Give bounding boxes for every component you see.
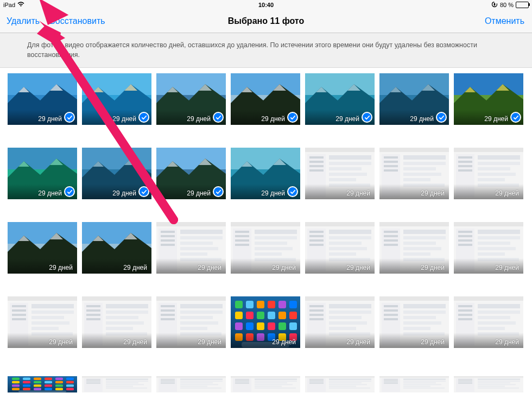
photo-thumbnail[interactable]: 29 дней: [8, 296, 77, 348]
days-remaining-label: 29 дней: [82, 189, 136, 197]
photo-thumbnail[interactable]: 29 дней: [379, 222, 449, 274]
photo-thumbnail[interactable]: 29 дней: [82, 148, 151, 199]
svg-rect-87: [403, 155, 446, 160]
svg-rect-376: [403, 386, 430, 387]
photo-thumbnail[interactable]: [156, 376, 226, 392]
svg-rect-236: [246, 322, 254, 330]
photo-thumbnail[interactable]: 29 дней: [231, 222, 300, 274]
svg-rect-328: [159, 378, 177, 392]
photo-thumbnail[interactable]: 29 дней: [156, 296, 226, 348]
days-remaining-label: 29 дней: [454, 338, 519, 346]
photo-thumbnail[interactable]: 29 дней: [454, 296, 523, 348]
svg-rect-305: [66, 384, 74, 387]
delete-button[interactable]: Удалить: [7, 16, 40, 26]
photo-thumbnail[interactable]: 29 дней: [454, 73, 523, 125]
svg-rect-283: [478, 316, 510, 319]
svg-rect-268: [403, 304, 446, 308]
days-remaining-label: 29 дней: [454, 264, 519, 271]
svg-rect-97: [458, 161, 472, 163]
cancel-button[interactable]: Отменить: [485, 16, 524, 26]
photo-thumbnail[interactable]: 29 дней: [379, 148, 449, 199]
photo-thumbnail[interactable]: [454, 376, 523, 392]
svg-rect-104: [478, 178, 505, 181]
svg-rect-350: [255, 386, 282, 387]
photo-thumbnail[interactable]: 29 дней: [379, 73, 449, 125]
days-remaining-label: 29 дней: [231, 115, 285, 123]
photo-thumbnail[interactable]: 29 дней: [454, 148, 523, 199]
svg-rect-90: [403, 173, 441, 176]
selected-check-icon: [138, 186, 149, 197]
svg-rect-353: [305, 376, 375, 378]
svg-rect-322: [106, 382, 138, 383]
svg-rect-91: [403, 178, 430, 181]
svg-rect-166: [403, 242, 436, 245]
days-remaining-label: 29 дней: [305, 115, 359, 123]
days-remaining-label: 29 дней: [82, 338, 147, 346]
days-remaining-label: 29 дней: [8, 189, 62, 197]
svg-rect-72: [309, 165, 324, 167]
svg-rect-85: [384, 165, 398, 167]
svg-rect-258: [329, 321, 367, 325]
svg-rect-271: [403, 321, 441, 325]
svg-rect-343: [235, 381, 249, 381]
svg-rect-329: [161, 379, 175, 379]
svg-rect-368: [384, 379, 398, 379]
svg-rect-126: [180, 236, 223, 239]
photo-thumbnail[interactable]: 29 дней: [231, 296, 300, 348]
svg-rect-316: [86, 379, 100, 379]
photo-thumbnail[interactable]: 29 дней: [8, 73, 77, 125]
svg-rect-220: [180, 327, 207, 330]
photo-thumbnail[interactable]: 29 дней: [156, 148, 226, 199]
days-remaining-label: 29 дней: [8, 338, 73, 346]
photo-thumbnail[interactable]: [379, 376, 449, 392]
svg-rect-225: [257, 301, 264, 308]
svg-rect-381: [458, 379, 472, 379]
photo-thumbnail[interactable]: 29 дней: [305, 148, 375, 199]
svg-rect-214: [161, 314, 175, 316]
photo-thumbnail[interactable]: 29 дней: [231, 73, 300, 125]
selected-check-icon: [138, 112, 149, 123]
battery-percent: 80 %: [500, 2, 514, 8]
svg-rect-266: [384, 314, 398, 316]
svg-rect-380: [456, 378, 474, 392]
photo-thumbnail[interactable]: 29 дней: [82, 73, 151, 125]
svg-rect-264: [384, 305, 398, 307]
photo-thumbnail[interactable]: 29 дней: [231, 148, 300, 199]
photo-thumbnail[interactable]: 29 дней: [156, 73, 226, 125]
svg-rect-349: [255, 384, 293, 385]
svg-rect-171: [454, 222, 523, 226]
svg-rect-295: [23, 381, 30, 383]
svg-rect-89: [403, 167, 436, 170]
info-banner-text: Для фото и видео отображается количество…: [27, 41, 477, 59]
svg-rect-342: [235, 379, 249, 379]
photo-thumbnail[interactable]: 29 дней: [156, 222, 226, 274]
svg-rect-300: [12, 384, 20, 387]
days-remaining-label: 29 дней: [379, 115, 434, 123]
restore-button[interactable]: Восстановить: [49, 16, 105, 26]
svg-rect-324: [106, 386, 133, 387]
photo-thumbnail[interactable]: [231, 376, 300, 392]
nav-title: Выбрано 11 фото: [228, 16, 304, 26]
photo-thumbnail[interactable]: [82, 376, 151, 392]
svg-rect-259: [329, 327, 356, 330]
photo-thumbnail[interactable]: 29 дней: [305, 73, 375, 125]
svg-rect-249: [305, 296, 375, 301]
photo-thumbnail[interactable]: 29 дней: [305, 222, 375, 274]
photo-thumbnail[interactable]: 29 дней: [8, 148, 77, 199]
svg-rect-237: [257, 322, 264, 330]
photo-thumbnail[interactable]: [305, 376, 375, 392]
svg-rect-377: [403, 388, 445, 389]
photo-thumbnail[interactable]: 29 дней: [379, 296, 449, 348]
photo-thumbnail[interactable]: 29 дней: [305, 296, 375, 348]
status-left: iPad: [3, 2, 24, 8]
svg-rect-215: [161, 318, 175, 320]
orientation-lock-icon: [491, 1, 498, 9]
svg-rect-385: [478, 378, 520, 380]
photo-thumbnail[interactable]: 29 дней: [454, 222, 523, 274]
photo-thumbnail[interactable]: 29 дней: [82, 296, 151, 348]
svg-rect-306: [12, 388, 20, 390]
photo-thumbnail[interactable]: [8, 376, 77, 392]
photo-thumbnail[interactable]: 29 дней: [82, 222, 151, 274]
photo-thumbnail[interactable]: 29 дней: [8, 222, 77, 274]
svg-rect-294: [12, 381, 20, 383]
